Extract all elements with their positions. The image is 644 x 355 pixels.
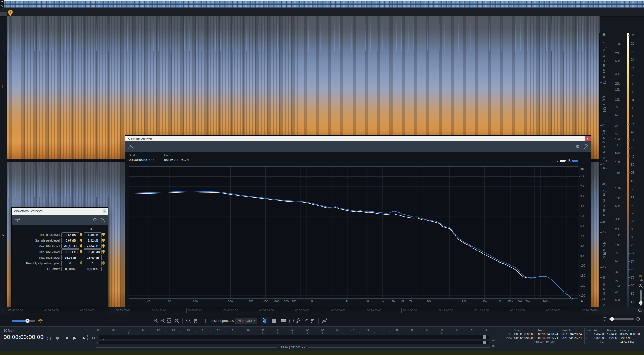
stat-value: -15,96 dB	[61, 255, 79, 260]
ruler-zoom-out-icon[interactable]	[638, 308, 642, 313]
blend-slider-thumb[interactable]	[26, 319, 30, 323]
timeline-ruler[interactable]: 00:00:00:0000:01:00:0000:02:00:0000:03:0…	[0, 307, 644, 315]
search-magnifier-icon[interactable]	[185, 317, 192, 324]
meter-tick-minor	[136, 332, 136, 333]
meter-scale-label: 0	[485, 328, 487, 331]
zoom-in-vertical-icon[interactable]	[639, 284, 643, 288]
meter-tick	[367, 332, 367, 334]
chevron-down-icon[interactable]	[0, 0, 4, 4]
ruler-label: 00:10:00:00	[366, 308, 381, 313]
spectrogram-view-icon[interactable]	[639, 274, 643, 277]
playhead-line[interactable]	[7, 16, 7, 307]
pin-marker-icon[interactable]	[79, 233, 84, 237]
spectrum-y-tick-label: 20	[580, 184, 584, 188]
pin-marker-icon[interactable]	[79, 255, 84, 260]
start-value: 00:00:00:00.00	[129, 158, 154, 162]
meter-tick	[337, 332, 337, 334]
spectrum-window-titlebar[interactable]: Spectrum Analyzer x	[125, 136, 591, 141]
legend-right-toggle[interactable]: R	[568, 159, 578, 162]
help-icon[interactable]: ?	[584, 144, 588, 149]
pin-marker-icon[interactable]	[102, 244, 106, 248]
ruler-label: 00:04:00:00	[151, 308, 166, 313]
help-icon[interactable]: ?	[101, 218, 105, 222]
horizontal-zoom-slider-thumb[interactable]	[610, 317, 614, 321]
pin-marker-icon[interactable]	[79, 267, 84, 271]
blend-slider-fill	[12, 320, 27, 322]
legend-left-toggle[interactable]: L	[557, 159, 566, 162]
pin-marker-icon[interactable]	[102, 261, 106, 266]
play-selection-button[interactable]	[81, 335, 88, 341]
signal-chain-icon[interactable]	[321, 317, 328, 324]
statistics-module-icon	[14, 217, 20, 222]
stats-window-titlebar[interactable]: Waveform Statistics x	[12, 208, 108, 215]
go-to-start-button[interactable]	[63, 335, 69, 341]
amplitude-scale-label: dB	[602, 33, 606, 36]
legend-value-label: 76	[631, 268, 634, 271]
overview-collapse-controls	[0, 0, 4, 8]
bottom-edge-strip	[0, 351, 644, 355]
chevron-up-icon[interactable]	[0, 4, 4, 8]
lasso-tool-icon[interactable]	[288, 317, 295, 324]
spectrum-x-tick-label: 300	[249, 300, 253, 303]
meter-tick-minor	[345, 332, 345, 333]
zoom-selection-icon[interactable]	[166, 317, 173, 324]
close-icon[interactable]: x	[585, 136, 591, 141]
close-icon[interactable]: x	[103, 209, 106, 213]
zoom-out-horizontal-icon[interactable]	[603, 317, 607, 321]
vertical-zoom-slider[interactable]	[640, 290, 642, 306]
channel-left-label: L	[2, 85, 4, 89]
overview-right-channel[interactable]	[4, 4, 644, 8]
instant-process-label: Instant process	[211, 319, 234, 323]
process-module-dropdown[interactable]: Attenuate ▾	[235, 318, 257, 324]
zoom-reset-icon[interactable]	[173, 317, 180, 324]
hand-tool-icon[interactable]	[192, 317, 199, 324]
pin-marker-icon[interactable]	[102, 233, 106, 237]
legend-value-label: 40	[631, 123, 634, 126]
pin-marker-icon[interactable]	[79, 250, 84, 254]
monitor-headphones-icon[interactable]	[46, 335, 52, 341]
spectrum-y-tick-label: 50	[580, 214, 584, 218]
gear-icon[interactable]: ⚙	[93, 217, 97, 223]
marker-strip[interactable]	[0, 8, 644, 17]
pin-marker-icon[interactable]	[102, 255, 106, 260]
horizontal-zoom-slider[interactable]	[609, 318, 634, 320]
playhead-marker-pin-icon[interactable]	[8, 10, 13, 16]
meter-scale-label: -6	[455, 328, 458, 331]
pin-marker-icon[interactable]	[79, 244, 84, 248]
levels-tool-icon[interactable]	[309, 317, 316, 324]
zoom-in-horizontal-icon[interactable]	[636, 317, 640, 321]
pin-marker-icon[interactable]	[102, 250, 106, 254]
sel-high: 176400	[593, 332, 606, 336]
overview-left-channel[interactable]	[4, 1, 644, 4]
meter-scale-label: -3	[470, 328, 473, 331]
pin-marker-icon[interactable]	[102, 238, 106, 243]
time-selection-tool[interactable]	[261, 317, 269, 324]
record-button[interactable]	[54, 335, 60, 341]
meter-tick-minor	[285, 332, 285, 333]
gear-icon[interactable]: ⚙	[576, 144, 580, 149]
pin-marker-icon[interactable]	[79, 261, 84, 266]
loop-button[interactable]: ↻	[90, 335, 96, 341]
play-button[interactable]	[72, 335, 78, 341]
legend-value-label: 30	[631, 82, 634, 85]
meter-tick	[233, 332, 233, 334]
waveform-view-icon[interactable]	[639, 279, 643, 282]
blend-slider[interactable]	[12, 320, 35, 322]
fps-dropdown[interactable]: 30 fps ▼	[4, 329, 15, 332]
stat-label: Min. RMS level	[12, 250, 61, 254]
brush-tool-icon[interactable]	[295, 317, 302, 324]
spectrum-x-tick-label: 60	[168, 300, 171, 303]
zoom-out-icon[interactable]	[159, 317, 166, 324]
spectrum-window-body: Start00:00:00:00.00 End00:16:34:26.74 L …	[125, 152, 591, 307]
pin-marker-icon[interactable]	[79, 238, 84, 243]
frequency-selection-tool[interactable]	[280, 317, 287, 324]
time-frequency-selection-tool[interactable]	[270, 317, 278, 324]
zoom-in-icon[interactable]	[152, 317, 159, 324]
magic-wand-tool-icon[interactable]	[302, 317, 309, 324]
instant-process-checkbox[interactable]	[205, 319, 209, 323]
meter-scale-label: -9	[440, 328, 443, 331]
vertical-zoom-slider-thumb[interactable]	[639, 301, 643, 305]
legend-value-label: 54	[631, 179, 634, 182]
pin-marker-icon[interactable]	[102, 267, 106, 271]
overview-waveform-strip[interactable]	[4, 0, 644, 8]
